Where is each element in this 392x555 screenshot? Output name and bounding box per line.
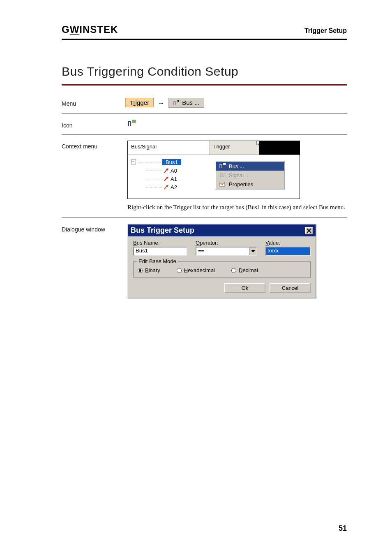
popup-item-signal: Signal ... xyxy=(216,171,284,180)
row-sep-2 xyxy=(62,134,347,135)
brand-logo: GWINSTEK xyxy=(62,24,118,35)
close-button[interactable] xyxy=(305,227,313,234)
properties-icon xyxy=(219,181,226,187)
chevron-down-icon[interactable] xyxy=(249,247,256,255)
radio-decimal[interactable]: Decimal xyxy=(231,267,258,273)
context-menu-screenshot: Bus/Signal Trigger − xyxy=(127,141,300,199)
signal-tree: − Bus1 A0 A1 xyxy=(131,157,181,191)
col-header-bus-signal: Bus/Signal xyxy=(128,141,210,155)
row-sep-3 xyxy=(62,217,347,218)
signal-icon xyxy=(219,172,226,178)
tree-expander-icon[interactable]: − xyxy=(131,160,136,164)
ok-button[interactable]: Ok xyxy=(224,283,265,293)
input-value[interactable]: xxxx xyxy=(265,247,311,256)
section-label: Trigger Setup xyxy=(304,27,347,35)
tree-signal-a1[interactable]: A1 xyxy=(146,175,181,183)
cancel-button[interactable]: Cancel xyxy=(270,283,311,293)
tree-bus-node[interactable]: Bus1 xyxy=(162,159,181,165)
row-label-menu: Menu xyxy=(62,98,127,107)
dialog-title-text: Bus Trigger Setup xyxy=(131,226,194,235)
page-number: 51 xyxy=(339,524,347,533)
context-caption: Right-click on the Trigger list for the … xyxy=(127,203,347,212)
menu-bus-label: Bus ... xyxy=(182,99,200,106)
radio-hex[interactable]: Hexadecimal xyxy=(177,267,215,273)
label-bus-name: Bus Name: xyxy=(133,240,187,246)
bus-trigger-toolbar-icon[interactable]: B xyxy=(127,120,136,128)
svg-point-21 xyxy=(221,184,221,185)
row-label-icon: Icon xyxy=(62,120,127,129)
row-sep-1 xyxy=(62,113,347,114)
arrow-icon: → xyxy=(158,99,164,107)
row-label-context: Context menu xyxy=(62,141,127,150)
bus-trigger-dialog: Bus Trigger Setup Bus Name: Bus1 Operato… xyxy=(127,224,316,298)
context-popup: B Bus ... Signal ... Prop xyxy=(215,161,285,190)
bus-trigger-icon: B xyxy=(173,100,180,106)
radio-dot-icon xyxy=(231,268,236,273)
radio-dot-icon xyxy=(177,268,182,273)
bus-icon: B xyxy=(219,163,226,169)
select-operator[interactable]: == xyxy=(196,247,257,256)
row-label-dialogue: Dialogue window xyxy=(62,224,127,233)
popup-item-properties[interactable]: Properties xyxy=(216,180,284,189)
title-rule xyxy=(62,84,347,86)
close-icon xyxy=(307,228,311,233)
col-header-trigger: Trigger xyxy=(210,141,259,155)
input-bus-name[interactable]: Bus1 xyxy=(133,247,187,256)
tree-signal-a0[interactable]: A0 xyxy=(146,166,181,175)
dialog-titlebar: Bus Trigger Setup xyxy=(127,224,316,236)
radio-dot-icon xyxy=(138,268,143,273)
label-operator: Operator: xyxy=(196,240,257,246)
popup-item-bus[interactable]: B Bus ... xyxy=(216,162,284,171)
radio-binary[interactable]: Binary xyxy=(138,267,160,273)
svg-marker-23 xyxy=(251,250,255,252)
header-rule xyxy=(62,39,347,40)
page-title: Bus Triggering Condition Setup xyxy=(62,65,347,79)
label-value: Value: xyxy=(265,240,311,246)
svg-point-22 xyxy=(222,184,223,185)
svg-rect-19 xyxy=(220,182,225,186)
svg-text:B: B xyxy=(133,120,135,123)
group-title: Edit Base Mode xyxy=(137,258,178,264)
waveform-ticks xyxy=(215,156,300,161)
tree-signal-a2[interactable]: A2 xyxy=(146,183,181,191)
group-edit-base-mode: Edit Base Mode Binary Hexadecimal Decima… xyxy=(133,261,311,278)
menu-trigger-text[interactable]: Trigger xyxy=(125,98,154,107)
menu-bus[interactable]: B Bus ... xyxy=(168,98,204,108)
